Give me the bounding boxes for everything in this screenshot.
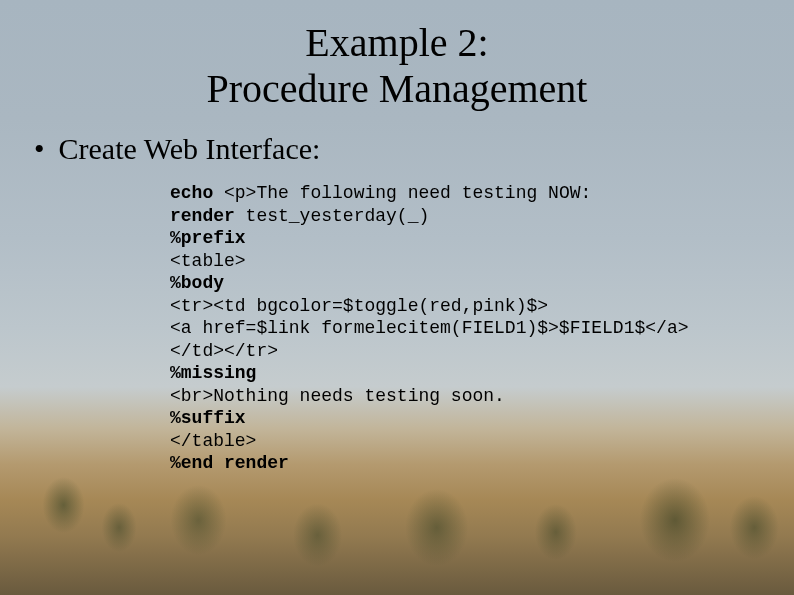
bullet-item: • Create Web Interface: xyxy=(34,132,764,166)
bullet-text: Create Web Interface: xyxy=(59,132,321,166)
code-line-11: %suffix xyxy=(170,408,246,428)
title-line-1: Example 2: xyxy=(305,20,488,65)
code-line-6: <tr><td bgcolor=$toggle(red,pink)$> xyxy=(170,296,548,316)
kw-echo: echo xyxy=(170,183,213,203)
code-line-9: %missing xyxy=(170,363,256,383)
slide-content: Example 2: Procedure Management • Create… xyxy=(0,0,794,495)
code-line-13: %end render xyxy=(170,453,289,473)
code-block: echo <p>The following need testing NOW: … xyxy=(170,182,764,475)
bullet-marker: • xyxy=(34,132,45,166)
code-line-1: echo <p>The following need testing NOW: xyxy=(170,183,591,203)
code-line-3: %prefix xyxy=(170,228,246,248)
kw-render: render xyxy=(170,206,235,226)
code-line-10: <br>Nothing needs testing soon. xyxy=(170,386,505,406)
code-line-7: <a href=$link formelecitem(FIELD1)$>$FIE… xyxy=(170,318,688,338)
kw-body: %body xyxy=(170,273,224,293)
code-line-8: </td></tr> xyxy=(170,341,278,361)
code-line-12: </table> xyxy=(170,431,256,451)
code-line-2: render test_yesterday(_) xyxy=(170,206,429,226)
kw-missing: %missing xyxy=(170,363,256,383)
kw-suffix: %suffix xyxy=(170,408,246,428)
code-line-4: <table> xyxy=(170,251,246,271)
kw-end-render: %end render xyxy=(170,453,289,473)
kw-prefix: %prefix xyxy=(170,228,246,248)
title-line-2: Procedure Management xyxy=(207,66,588,111)
code-line-5: %body xyxy=(170,273,224,293)
slide-title: Example 2: Procedure Management xyxy=(30,20,764,112)
